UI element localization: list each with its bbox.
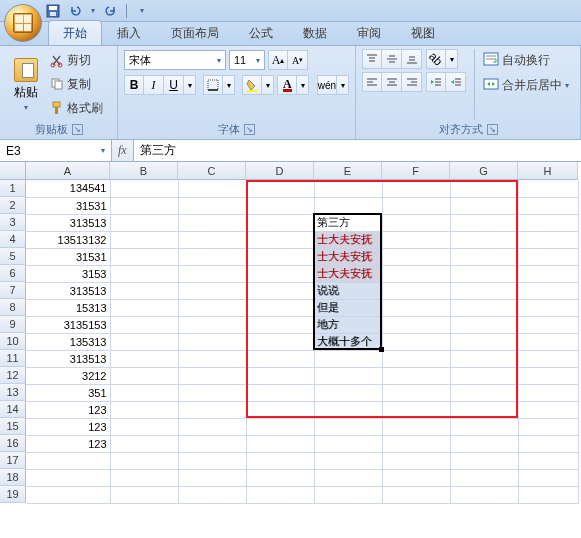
italic-button[interactable]: I: [144, 75, 164, 95]
cell[interactable]: [382, 401, 450, 418]
align-dialog-launcher[interactable]: ↘: [487, 124, 498, 135]
tab-home[interactable]: 开始: [48, 20, 102, 45]
cell[interactable]: [518, 299, 578, 316]
cell[interactable]: [178, 197, 246, 214]
clipboard-dialog-launcher[interactable]: ↘: [72, 124, 83, 135]
cell[interactable]: [518, 418, 578, 435]
cell[interactable]: [314, 350, 382, 367]
tab-data[interactable]: 数据: [288, 20, 342, 45]
cell[interactable]: 地方: [314, 316, 382, 333]
cell[interactable]: [110, 197, 178, 214]
cell[interactable]: [246, 333, 314, 350]
cell[interactable]: [450, 316, 518, 333]
cell[interactable]: [450, 231, 518, 248]
decrease-indent-button[interactable]: [426, 72, 446, 92]
cell[interactable]: [518, 350, 578, 367]
row-header[interactable]: 16: [0, 435, 26, 452]
cell[interactable]: [110, 299, 178, 316]
cell[interactable]: [246, 316, 314, 333]
tab-formulas[interactable]: 公式: [234, 20, 288, 45]
column-header[interactable]: B: [110, 162, 178, 180]
phonetic-button[interactable]: wén: [317, 75, 337, 95]
cell[interactable]: [382, 469, 450, 486]
row-header[interactable]: 14: [0, 401, 26, 418]
column-header[interactable]: D: [246, 162, 314, 180]
row-header[interactable]: 15: [0, 418, 26, 435]
column-header[interactable]: F: [382, 162, 450, 180]
cell[interactable]: [110, 367, 178, 384]
cell[interactable]: [178, 350, 246, 367]
wrap-text-button[interactable]: 自动换行: [483, 49, 569, 71]
cell[interactable]: 但是: [314, 299, 382, 316]
cell[interactable]: [246, 367, 314, 384]
undo-dropdown-icon[interactable]: ▾: [88, 2, 98, 20]
cell[interactable]: [314, 401, 382, 418]
cell[interactable]: [110, 282, 178, 299]
row-header[interactable]: 9: [0, 316, 26, 333]
cell[interactable]: [110, 214, 178, 231]
cell[interactable]: [110, 231, 178, 248]
cell[interactable]: [26, 486, 110, 503]
spreadsheet-grid[interactable]: ABCDEFGH 12345678910111213141516171819 1…: [0, 162, 581, 538]
row-header[interactable]: 10: [0, 333, 26, 350]
cell[interactable]: [314, 197, 382, 214]
cell[interactable]: [110, 265, 178, 282]
qat-customize-icon[interactable]: ▾: [133, 2, 151, 20]
cell[interactable]: [450, 214, 518, 231]
row-header[interactable]: 1: [0, 180, 26, 197]
copy-button[interactable]: 复制: [50, 73, 103, 95]
cell[interactable]: [450, 350, 518, 367]
cell[interactable]: 3153: [26, 265, 110, 282]
cell[interactable]: [246, 180, 314, 197]
cell[interactable]: [450, 452, 518, 469]
cell[interactable]: 123: [26, 401, 110, 418]
cell[interactable]: [518, 469, 578, 486]
border-button[interactable]: [203, 75, 223, 95]
align-bottom-button[interactable]: [402, 49, 422, 69]
row-header[interactable]: 3: [0, 214, 26, 231]
column-header[interactable]: C: [178, 162, 246, 180]
cell[interactable]: 士大夫安抚: [314, 265, 382, 282]
cell[interactable]: [382, 180, 450, 197]
row-header[interactable]: 13: [0, 384, 26, 401]
cell[interactable]: [382, 316, 450, 333]
cell[interactable]: [518, 214, 578, 231]
cell[interactable]: [246, 282, 314, 299]
cell[interactable]: 135313: [26, 333, 110, 350]
cell[interactable]: [246, 248, 314, 265]
cell[interactable]: 士大夫安抚: [314, 231, 382, 248]
cell[interactable]: [450, 248, 518, 265]
align-middle-button[interactable]: [382, 49, 402, 69]
border-dropdown[interactable]: ▾: [223, 75, 235, 95]
cell[interactable]: [246, 486, 314, 503]
row-header[interactable]: 18: [0, 469, 26, 486]
cell[interactable]: [246, 197, 314, 214]
cell[interactable]: [178, 452, 246, 469]
align-right-button[interactable]: [402, 72, 422, 92]
cell[interactable]: [26, 469, 110, 486]
cut-button[interactable]: 剪切: [50, 50, 103, 72]
cell[interactable]: [382, 384, 450, 401]
cell[interactable]: [450, 197, 518, 214]
cell[interactable]: [246, 469, 314, 486]
row-header[interactable]: 4: [0, 231, 26, 248]
cell[interactable]: [382, 299, 450, 316]
row-header[interactable]: 19: [0, 486, 26, 503]
cell[interactable]: [178, 384, 246, 401]
cell[interactable]: 31531: [26, 197, 110, 214]
cell[interactable]: [178, 265, 246, 282]
cell[interactable]: [450, 486, 518, 503]
orientation-button[interactable]: ab: [426, 49, 446, 69]
phonetic-dropdown[interactable]: ▾: [337, 75, 349, 95]
decrease-font-button[interactable]: A▾: [288, 50, 308, 70]
align-center-button[interactable]: [382, 72, 402, 92]
align-top-button[interactable]: [362, 49, 382, 69]
increase-indent-button[interactable]: [446, 72, 466, 92]
cell[interactable]: [382, 350, 450, 367]
cell[interactable]: 3212: [26, 367, 110, 384]
format-painter-button[interactable]: 格式刷: [50, 97, 103, 119]
cell[interactable]: 说说: [314, 282, 382, 299]
undo-icon[interactable]: [66, 2, 84, 20]
font-color-dropdown[interactable]: ▾: [297, 75, 309, 95]
paste-button[interactable]: 粘贴 ▾: [6, 49, 46, 120]
